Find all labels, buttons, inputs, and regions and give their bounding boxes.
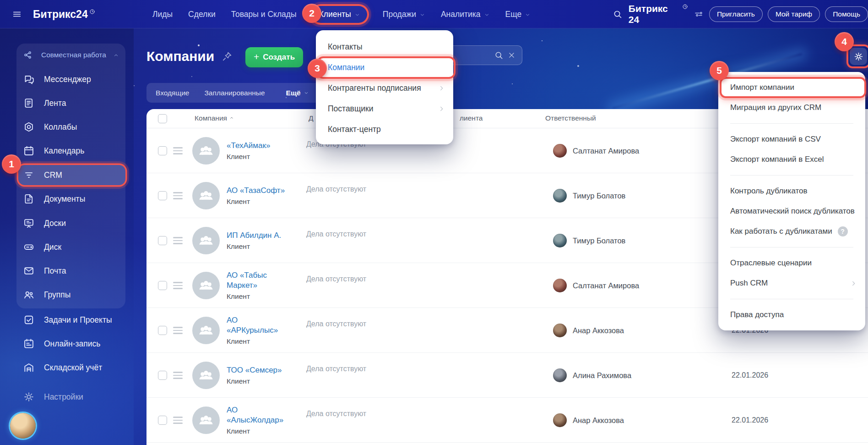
responsible-cell[interactable]: Алина Рахимова <box>553 353 631 398</box>
sidebar-item-документы[interactable]: Документы <box>18 189 125 209</box>
company-link[interactable]: «ТехАймак» <box>227 141 288 151</box>
menu-item[interactable]: Контроль дубликатов <box>718 181 865 201</box>
menu-item[interactable]: Push CRM <box>718 273 865 293</box>
filter-tab[interactable]: Запланированные <box>205 89 265 97</box>
sidebar-item-label: Мессенджер <box>44 75 91 84</box>
menu-item[interactable]: Права доступа <box>718 305 865 325</box>
people-group-icon <box>197 277 215 294</box>
responsible-cell[interactable]: Анар Аккозова <box>553 398 624 443</box>
hamburger-menu-icon[interactable] <box>12 9 22 19</box>
responsible-cell[interactable]: Анар Аккозова <box>553 308 624 353</box>
sidebar-item-коллабы[interactable]: Коллабы <box>18 117 125 137</box>
table-row[interactable]: ТОО «Семсер»КлиентДела отсутствуютАлина … <box>146 353 868 398</box>
menu-item[interactable]: Автоматический поиск дубликатов <box>718 201 865 221</box>
drag-handle-icon[interactable] <box>173 282 183 291</box>
select-all-checkbox[interactable] <box>158 114 167 123</box>
pin-icon[interactable] <box>222 51 233 62</box>
company-cell: ИП Абилдин А.Клиент <box>227 218 288 263</box>
user-avatar[interactable] <box>10 413 36 439</box>
menu-item-label: Экспорт компаний в CSV <box>730 135 821 144</box>
drag-handle-icon[interactable] <box>173 237 183 246</box>
app-logo[interactable]: Битрикс24 <box>33 8 95 21</box>
filter-tab[interactable]: Ещё <box>286 89 309 97</box>
sidebar-item-диск[interactable]: Диск <box>18 237 125 257</box>
menu-item[interactable]: Импорт компании <box>718 77 865 98</box>
drag-handle-icon[interactable] <box>173 192 183 201</box>
menu-item[interactable]: Экспорт компаний в Excel <box>718 149 865 170</box>
sidebar-item-мессенджер[interactable]: Мессенджер <box>18 69 125 89</box>
sidebar-item-настройки[interactable]: Настройки <box>18 387 125 407</box>
topbar-button[interactable]: Помощь <box>825 6 868 22</box>
menu-item[interactable]: Как работать с дубликатами? <box>718 221 865 242</box>
row-checkbox[interactable] <box>158 371 167 380</box>
table-row[interactable]: АО «АлысЖолдар»КлиентДела отсутствуютАна… <box>146 398 868 443</box>
nav-item[interactable]: Продажи <box>383 10 425 19</box>
filter-tab-label: Запланированные <box>205 89 265 97</box>
filter-tab[interactable]: Входящие <box>156 89 190 97</box>
sidebar-item-почта[interactable]: Почта <box>18 261 125 281</box>
menu-item[interactable]: Экспорт компаний в CSV <box>718 129 865 149</box>
row-checkbox[interactable] <box>158 416 167 425</box>
topbar-button[interactable]: Мой тариф <box>768 6 820 22</box>
date-cell: 22.01.2026 <box>732 353 768 398</box>
table-settings-gear-icon[interactable] <box>173 115 181 123</box>
sidebar-item-лента[interactable]: Лента <box>18 93 125 113</box>
row-checkbox[interactable] <box>158 326 167 335</box>
sidebar-item-группы[interactable]: Группы <box>18 285 125 305</box>
magnifier-icon[interactable] <box>494 50 504 60</box>
company-link[interactable]: АО «ТазаСофт» <box>227 186 288 196</box>
sidebar-item-онлайн-запись[interactable]: Онлайн-запись <box>18 334 125 354</box>
nav-item[interactable]: Товары и Склады <box>231 10 297 19</box>
drag-handle-icon[interactable] <box>173 372 183 381</box>
nav-item[interactable]: Лиды <box>152 10 173 19</box>
gear-icon <box>23 391 35 403</box>
drag-handle-icon[interactable] <box>173 327 183 336</box>
column-header-company[interactable]: Компания <box>195 114 234 122</box>
menu-item[interactable]: Поставщики <box>316 99 453 119</box>
sidebar-item-crm[interactable]: CRM <box>18 165 125 185</box>
responsible-cell[interactable]: Салтанат Амирова <box>553 263 639 308</box>
menu-item[interactable]: Контрагенты подписания <box>316 78 453 99</box>
column-header-responsible[interactable]: Ответственный <box>545 114 596 122</box>
row-checkbox[interactable] <box>158 281 167 290</box>
row-checkbox[interactable] <box>158 146 167 155</box>
sidebar-item-складской-учёт[interactable]: Складской учёт <box>18 357 125 378</box>
sidebar-item-календарь[interactable]: Календарь <box>18 141 125 161</box>
help-question-icon[interactable]: ? <box>838 226 848 236</box>
menu-item[interactable]: Миграция из других CRM <box>718 98 865 118</box>
list-settings-gear-button[interactable] <box>850 48 867 65</box>
menu-item[interactable]: Отраслевые сценарии <box>718 253 865 273</box>
responsible-cell[interactable]: Салтанат Амирова <box>553 128 639 173</box>
drag-handle-icon[interactable] <box>173 147 183 156</box>
nav-item[interactable]: Еще <box>505 10 531 19</box>
company-link[interactable]: ИП Абилдин А. <box>227 231 288 241</box>
sidebar-group-collab[interactable]: Совместная работа <box>18 45 125 65</box>
nav-item[interactable]: Аналитика <box>441 10 490 19</box>
search-icon[interactable] <box>613 9 623 19</box>
sidebar-item-задачи-и-проекты[interactable]: Задачи и Проекты <box>18 310 125 330</box>
row-checkbox[interactable] <box>158 191 167 200</box>
nav-item[interactable]: Сделки <box>188 10 216 19</box>
drag-handle-icon[interactable] <box>173 417 183 426</box>
clear-search-icon[interactable] <box>508 51 515 59</box>
menu-item[interactable]: Контакт-центр <box>316 119 453 140</box>
column-header-fragment-right: лиента <box>460 114 483 122</box>
company-link[interactable]: АО «Табыс Маркет» <box>227 270 288 291</box>
feed-icon <box>23 97 35 109</box>
sidebar-item-доски[interactable]: Доски <box>18 213 125 233</box>
topbar-button[interactable]: Пригласить <box>709 6 763 22</box>
menu-item[interactable]: Контакты <box>316 37 453 57</box>
company-avatar <box>192 137 220 165</box>
sliders-icon[interactable] <box>694 10 703 19</box>
create-button[interactable]: + Создать <box>245 47 303 67</box>
responsible-cell[interactable]: Тимур Болатов <box>553 173 625 218</box>
company-link[interactable]: ТОО «Семсер» <box>227 365 288 375</box>
row-checkbox[interactable] <box>158 236 167 245</box>
menu-item[interactable]: Компании <box>316 57 453 78</box>
company-link[interactable]: АО «АРКурылыс» <box>227 315 288 335</box>
responsible-cell[interactable]: Тимур Болатов <box>553 218 625 263</box>
chevron-up-icon[interactable] <box>113 52 119 58</box>
company-link[interactable]: АО «АлысЖолдар» <box>227 405 288 425</box>
topbar-left: Битрикс24 <box>12 0 95 28</box>
menu-item-label: Контакты <box>328 42 363 52</box>
